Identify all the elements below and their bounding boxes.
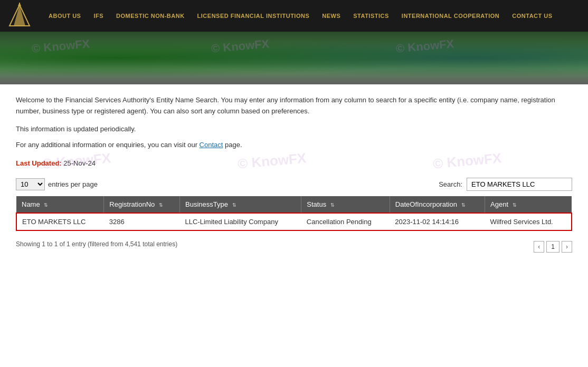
cell-business-type: LLC-Limited Liability Company — [180, 213, 301, 230]
intro-paragraph-2: This information is updated periodically… — [16, 125, 572, 133]
bottom-row: Showing 1 to 1 of 1 entry (filtered from… — [16, 235, 572, 253]
table-row: ETO MARKETS LLC3286LLC-Limited Liability… — [16, 213, 572, 230]
last-updated-label: Last Updated: — [16, 159, 62, 167]
sort-icon-date: ⇅ — [461, 202, 466, 208]
logo[interactable] — [5, 3, 37, 29]
cell-date: 2023-11-02 14:14:16 — [390, 213, 485, 230]
sort-icon-biz: ⇅ — [232, 202, 236, 208]
col-status[interactable]: Status ⇅ — [301, 196, 390, 213]
entries-label: entries per page — [48, 180, 98, 188]
sort-icon-reg: ⇅ — [159, 202, 163, 208]
sort-icon-agent: ⇅ — [513, 202, 517, 208]
intro-paragraph-1: Welcome to the Financial Services Author… — [16, 95, 570, 117]
nav-link-domestic-non-bank[interactable]: DOMESTIC NON-BANK — [110, 13, 191, 19]
contact-pre: For any additional information or enquir… — [16, 141, 200, 149]
prev-page-button[interactable]: ‹ — [534, 241, 544, 253]
table-body: ETO MARKETS LLC3286LLC-Limited Liability… — [16, 213, 572, 230]
hero-image: © KnowFX © KnowFX © KnowFX — [0, 32, 588, 84]
next-page-button[interactable]: › — [562, 241, 572, 253]
sort-icon-name: ⇅ — [44, 202, 48, 208]
nav-link-statistics[interactable]: STATISTICS — [347, 13, 395, 19]
last-updated-value: 25-Nov-24 — [63, 159, 96, 167]
entries-control: 10 25 50 100 entries per page — [16, 178, 98, 190]
contact-post: page. — [223, 141, 242, 149]
cell-reg-no: 3286 — [104, 213, 180, 230]
nav-link-about-us[interactable]: ABOUT US — [42, 13, 87, 19]
cell-status: Cancellation Pending — [301, 213, 390, 230]
search-control: Search: — [439, 178, 572, 191]
pagination: ‹ 1 › — [534, 241, 572, 253]
search-label: Search: — [439, 180, 462, 188]
table-controls: 10 25 50 100 entries per page Search: — [16, 178, 572, 191]
cell-agent: Wilfred Services Ltd. — [485, 213, 572, 230]
table-header-row: Name ⇅ RegistrationNo ⇅ BusinessType ⇅ S… — [16, 196, 572, 213]
col-name[interactable]: Name ⇅ — [16, 196, 104, 213]
col-businessType[interactable]: BusinessType ⇅ — [180, 196, 301, 213]
page-1-button[interactable]: 1 — [546, 241, 559, 253]
col-agent[interactable]: Agent ⇅ — [485, 196, 572, 213]
intro-paragraph-3: For any additional information or enquir… — [16, 141, 572, 149]
nav-link-news[interactable]: NEWS — [316, 13, 347, 19]
contact-link[interactable]: Contact — [200, 141, 223, 149]
col-regNo[interactable]: RegistrationNo ⇅ — [104, 196, 180, 213]
showing-text: Showing 1 to 1 of 1 entry (filtered from… — [16, 240, 177, 248]
main-content: © KnowFX © KnowFX © KnowFX Welcome to th… — [0, 84, 588, 264]
entries-select[interactable]: 10 25 50 100 — [16, 178, 45, 190]
search-input[interactable] — [467, 178, 572, 191]
svg-marker-3 — [18, 3, 21, 6]
cell-name: ETO MARKETS LLC — [16, 213, 104, 230]
nav-link-international-cooperation[interactable]: INTERNATIONAL COOPERATION — [395, 13, 506, 19]
last-updated: Last Updated: 25-Nov-24 — [16, 159, 572, 167]
nav-link-ifs[interactable]: IFS — [87, 13, 110, 19]
nav-link-contact-us[interactable]: CONTACT US — [506, 13, 558, 19]
sort-icon-status: ⇅ — [330, 202, 335, 208]
nav-link-licensed-fi[interactable]: LICENSED FINANCIAL INSTITUTIONS — [191, 13, 316, 19]
nav-links: ABOUT USIFSDOMESTIC NON-BANKLICENSED FIN… — [42, 13, 583, 19]
navigation: ABOUT USIFSDOMESTIC NON-BANKLICENSED FIN… — [0, 0, 588, 32]
results-table: Name ⇅ RegistrationNo ⇅ BusinessType ⇅ S… — [16, 196, 572, 231]
col-dateOfIncorp[interactable]: DateOfIncorporation ⇅ — [390, 196, 485, 213]
svg-marker-1 — [14, 5, 25, 26]
